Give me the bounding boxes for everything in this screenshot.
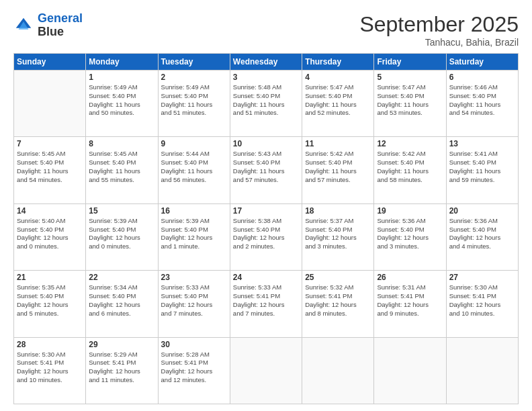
day-info: Sunrise: 5:36 AMSunset: 5:40 PMDaylight:… (449, 217, 515, 251)
day-number: 25 (305, 273, 371, 282)
day-info: Sunrise: 5:30 AMSunset: 5:41 PMDaylight:… (449, 283, 515, 318)
calendar-cell: 14Sunrise: 5:40 AMSunset: 5:40 PMDayligh… (14, 203, 86, 270)
day-number: 28 (17, 340, 83, 349)
day-info: Sunrise: 5:39 AMSunset: 5:40 PMDaylight:… (89, 217, 154, 251)
page: General Blue September 2025 Tanhacu, Bah… (0, 0, 532, 411)
day-info: Sunrise: 5:44 AMSunset: 5:40 PMDaylight:… (161, 150, 227, 184)
week-row-4: 21Sunrise: 5:35 AMSunset: 5:40 PMDayligh… (14, 271, 519, 337)
calendar-cell: 12Sunrise: 5:42 AMSunset: 5:40 PMDayligh… (374, 137, 446, 203)
month-title: September 2025 (359, 12, 519, 37)
col-header-thursday: Thursday (302, 54, 374, 71)
calendar-cell: 23Sunrise: 5:33 AMSunset: 5:40 PMDayligh… (158, 271, 230, 337)
calendar-cell: 18Sunrise: 5:37 AMSunset: 5:40 PMDayligh… (302, 203, 374, 270)
day-number: 14 (17, 206, 83, 216)
header-row: SundayMondayTuesdayWednesdayThursdayFrid… (14, 54, 519, 71)
calendar-cell: 29Sunrise: 5:29 AMSunset: 5:41 PMDayligh… (86, 337, 158, 404)
calendar-cell: 11Sunrise: 5:42 AMSunset: 5:40 PMDayligh… (302, 137, 374, 203)
day-number: 15 (89, 206, 154, 216)
title-block: September 2025 Tanhacu, Bahia, Brazil (359, 12, 519, 48)
calendar-cell: 10Sunrise: 5:43 AMSunset: 5:40 PMDayligh… (230, 137, 302, 203)
day-info: Sunrise: 5:29 AMSunset: 5:41 PMDaylight:… (89, 351, 154, 385)
day-info: Sunrise: 5:39 AMSunset: 5:40 PMDaylight:… (161, 217, 227, 251)
calendar-cell: 21Sunrise: 5:35 AMSunset: 5:40 PMDayligh… (14, 271, 86, 337)
col-header-sunday: Sunday (14, 54, 86, 71)
day-number: 4 (305, 73, 371, 82)
calendar-cell: 30Sunrise: 5:28 AMSunset: 5:41 PMDayligh… (158, 337, 230, 404)
calendar-cell: 7Sunrise: 5:45 AMSunset: 5:40 PMDaylight… (14, 137, 86, 203)
calendar-cell: 17Sunrise: 5:38 AMSunset: 5:40 PMDayligh… (230, 203, 302, 270)
col-header-monday: Monday (86, 54, 158, 71)
day-number: 18 (305, 206, 371, 216)
col-header-friday: Friday (374, 54, 446, 71)
day-info: Sunrise: 5:45 AMSunset: 5:40 PMDaylight:… (17, 150, 83, 184)
day-info: Sunrise: 5:49 AMSunset: 5:40 PMDaylight:… (161, 83, 227, 118)
day-info: Sunrise: 5:33 AMSunset: 5:40 PMDaylight:… (161, 283, 227, 318)
day-number: 7 (17, 139, 83, 148)
day-number: 12 (377, 139, 443, 148)
logo-icon (13, 15, 34, 36)
day-info: Sunrise: 5:41 AMSunset: 5:40 PMDaylight:… (449, 150, 515, 184)
day-number: 5 (377, 73, 443, 82)
calendar-cell: 3Sunrise: 5:48 AMSunset: 5:40 PMDaylight… (230, 71, 302, 137)
logo: General Blue (13, 12, 83, 39)
calendar-cell: 15Sunrise: 5:39 AMSunset: 5:40 PMDayligh… (86, 203, 158, 270)
day-number: 16 (161, 206, 227, 216)
calendar-cell: 19Sunrise: 5:36 AMSunset: 5:40 PMDayligh… (374, 203, 446, 270)
day-info: Sunrise: 5:42 AMSunset: 5:40 PMDaylight:… (305, 150, 371, 184)
calendar-cell: 22Sunrise: 5:34 AMSunset: 5:40 PMDayligh… (86, 271, 158, 337)
day-number: 23 (161, 273, 227, 282)
day-info: Sunrise: 5:28 AMSunset: 5:41 PMDaylight:… (161, 351, 227, 385)
calendar-cell: 9Sunrise: 5:44 AMSunset: 5:40 PMDaylight… (158, 137, 230, 203)
calendar-cell (374, 337, 446, 404)
calendar-cell: 20Sunrise: 5:36 AMSunset: 5:40 PMDayligh… (446, 203, 518, 270)
day-info: Sunrise: 5:45 AMSunset: 5:40 PMDaylight:… (89, 150, 154, 184)
calendar-cell: 2Sunrise: 5:49 AMSunset: 5:40 PMDaylight… (158, 71, 230, 137)
calendar-cell: 1Sunrise: 5:49 AMSunset: 5:40 PMDaylight… (86, 71, 158, 137)
day-info: Sunrise: 5:47 AMSunset: 5:40 PMDaylight:… (305, 83, 371, 118)
calendar-cell: 8Sunrise: 5:45 AMSunset: 5:40 PMDaylight… (86, 137, 158, 203)
day-number: 20 (449, 206, 515, 216)
col-header-tuesday: Tuesday (158, 54, 230, 71)
day-info: Sunrise: 5:42 AMSunset: 5:40 PMDaylight:… (377, 150, 443, 184)
day-info: Sunrise: 5:47 AMSunset: 5:40 PMDaylight:… (377, 83, 443, 118)
day-number: 21 (17, 273, 83, 282)
day-number: 13 (449, 139, 515, 148)
day-number: 9 (161, 139, 227, 148)
header: General Blue September 2025 Tanhacu, Bah… (13, 12, 519, 48)
calendar-cell: 27Sunrise: 5:30 AMSunset: 5:41 PMDayligh… (446, 271, 518, 337)
calendar-cell: 24Sunrise: 5:33 AMSunset: 5:41 PMDayligh… (230, 271, 302, 337)
week-row-3: 14Sunrise: 5:40 AMSunset: 5:40 PMDayligh… (14, 203, 519, 270)
day-number: 30 (161, 340, 227, 349)
day-info: Sunrise: 5:43 AMSunset: 5:40 PMDaylight:… (233, 150, 299, 184)
week-row-5: 28Sunrise: 5:30 AMSunset: 5:41 PMDayligh… (14, 337, 519, 404)
day-number: 24 (233, 273, 299, 282)
logo-text: General Blue (38, 12, 83, 39)
col-header-wednesday: Wednesday (230, 54, 302, 71)
day-number: 19 (377, 206, 443, 216)
calendar-cell: 28Sunrise: 5:30 AMSunset: 5:41 PMDayligh… (14, 337, 86, 404)
calendar-cell: 6Sunrise: 5:46 AMSunset: 5:40 PMDaylight… (446, 71, 518, 137)
day-number: 17 (233, 206, 299, 216)
day-info: Sunrise: 5:34 AMSunset: 5:40 PMDaylight:… (89, 283, 154, 318)
day-info: Sunrise: 5:31 AMSunset: 5:41 PMDaylight:… (377, 283, 443, 318)
calendar-cell (446, 337, 518, 404)
col-header-saturday: Saturday (446, 54, 518, 71)
calendar-cell: 26Sunrise: 5:31 AMSunset: 5:41 PMDayligh… (374, 271, 446, 337)
day-info: Sunrise: 5:30 AMSunset: 5:41 PMDaylight:… (17, 351, 83, 385)
day-number: 22 (89, 273, 154, 282)
day-number: 10 (233, 139, 299, 148)
calendar-cell: 16Sunrise: 5:39 AMSunset: 5:40 PMDayligh… (158, 203, 230, 270)
calendar-cell: 4Sunrise: 5:47 AMSunset: 5:40 PMDaylight… (302, 71, 374, 137)
calendar-cell (14, 71, 86, 137)
day-info: Sunrise: 5:37 AMSunset: 5:40 PMDaylight:… (305, 217, 371, 251)
calendar-cell: 5Sunrise: 5:47 AMSunset: 5:40 PMDaylight… (374, 71, 446, 137)
day-info: Sunrise: 5:49 AMSunset: 5:40 PMDaylight:… (89, 83, 154, 118)
day-number: 6 (449, 73, 515, 82)
day-number: 11 (305, 139, 371, 148)
calendar-cell: 25Sunrise: 5:32 AMSunset: 5:41 PMDayligh… (302, 271, 374, 337)
day-info: Sunrise: 5:36 AMSunset: 5:40 PMDaylight:… (377, 217, 443, 251)
day-info: Sunrise: 5:33 AMSunset: 5:41 PMDaylight:… (233, 283, 299, 318)
day-info: Sunrise: 5:38 AMSunset: 5:40 PMDaylight:… (233, 217, 299, 251)
week-row-1: 1Sunrise: 5:49 AMSunset: 5:40 PMDaylight… (14, 71, 519, 137)
day-info: Sunrise: 5:35 AMSunset: 5:40 PMDaylight:… (17, 283, 83, 318)
